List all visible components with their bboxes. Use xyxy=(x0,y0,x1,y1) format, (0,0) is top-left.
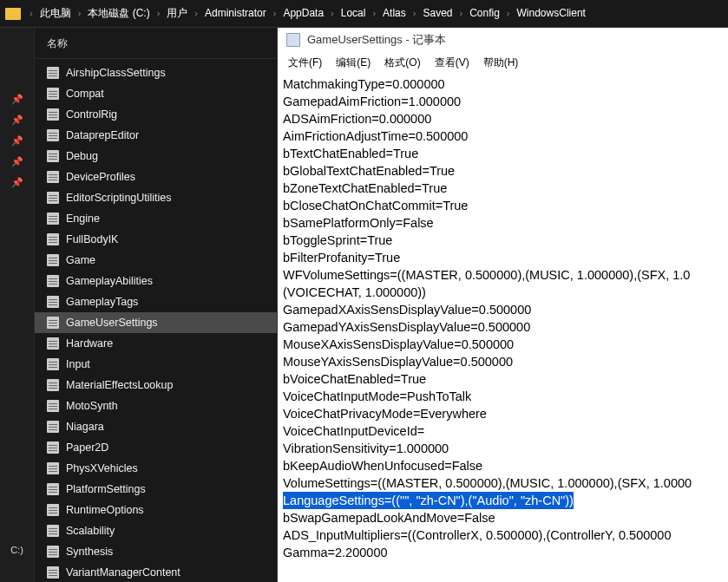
text-line: bKeepAudioWhenUnfocused=False xyxy=(283,457,723,474)
file-item-label: VariantManagerContent xyxy=(66,565,180,580)
ini-file-icon xyxy=(47,296,59,308)
file-item[interactable]: Paper2D xyxy=(35,437,277,458)
ini-file-icon xyxy=(47,233,59,245)
breadcrumb-separator: › xyxy=(455,8,469,18)
file-item[interactable]: Niagara xyxy=(35,416,277,437)
menu-item[interactable]: 编辑(E) xyxy=(331,54,376,72)
ini-file-icon xyxy=(47,171,59,183)
pin-icon: 📌 xyxy=(11,94,23,106)
file-item[interactable]: GameUserSettings xyxy=(35,312,277,333)
file-item-label: Hardware xyxy=(66,336,113,351)
file-item[interactable]: Compat xyxy=(35,83,277,104)
menu-item[interactable]: 查看(V) xyxy=(430,54,475,72)
text-line: MouseXAxisSensDisplayValue=0.500000 xyxy=(283,336,723,353)
file-item[interactable]: PhysXVehicles xyxy=(35,458,277,479)
breadcrumb-item[interactable]: Config xyxy=(468,5,502,21)
text-line: ADSAimFriction=0.000000 xyxy=(283,110,723,128)
file-item[interactable]: Scalability xyxy=(35,520,277,541)
file-item-label: Engine xyxy=(66,211,100,226)
breadcrumb-separator: › xyxy=(189,8,203,18)
file-item[interactable]: MotoSynth xyxy=(35,396,277,416)
file-item-label: DataprepEditor xyxy=(66,128,139,143)
ini-file-icon xyxy=(47,421,59,433)
text-line: (VOICECHAT, 1.000000)) xyxy=(283,284,723,301)
file-panel: 名称 AirshipClassSettingsCompatControlRigD… xyxy=(35,28,278,582)
pin-icon: 📌 xyxy=(11,177,23,189)
file-item[interactable]: Hardware xyxy=(35,333,277,354)
notepad-title-text: GameUserSettings - 记事本 xyxy=(307,32,446,48)
file-item[interactable]: MaterialEffectsLookup xyxy=(35,375,277,396)
file-item[interactable]: VariantManagerContent xyxy=(35,562,277,582)
ini-file-icon xyxy=(47,358,59,370)
menu-item[interactable]: 格式(O) xyxy=(379,54,425,72)
file-item-label: Compat xyxy=(66,86,104,101)
breadcrumb-item[interactable]: 用户 xyxy=(165,5,189,21)
file-item-label: GameplayAbilities xyxy=(66,273,153,289)
ini-file-icon xyxy=(47,566,59,579)
file-item[interactable]: FullBodyIK xyxy=(35,229,277,250)
breadcrumb-separator: › xyxy=(502,8,515,18)
column-header-name[interactable]: 名称 xyxy=(35,28,277,59)
file-item[interactable]: Synthesis xyxy=(35,541,277,562)
breadcrumb[interactable]: ›此电脑›本地磁盘 (C:)›用户›Administrator›AppData›… xyxy=(0,0,728,28)
ini-file-icon xyxy=(47,379,59,391)
file-item[interactable]: GameplayTags xyxy=(35,291,277,312)
notepad-content[interactable]: MatchmakingType=0.000000GamepadAimFricti… xyxy=(278,75,728,582)
breadcrumb-item[interactable]: Atlas xyxy=(381,5,408,21)
file-item[interactable]: ControlRig xyxy=(35,104,277,125)
folder-icon xyxy=(5,8,21,20)
file-item-label: PhysXVehicles xyxy=(66,461,138,476)
file-item[interactable]: DataprepEditor xyxy=(35,125,277,146)
file-item[interactable]: Engine xyxy=(35,208,277,229)
file-item-label: DeviceProfiles xyxy=(66,169,135,185)
ini-file-icon xyxy=(47,317,59,329)
text-line: VoiceChatPrivacyMode=Everywhere xyxy=(283,405,723,422)
breadcrumb-item[interactable]: WindowsClient xyxy=(515,5,587,21)
notepad-menubar: 文件(F)编辑(E)格式(O)查看(V)帮助(H) xyxy=(278,52,728,75)
breadcrumb-item[interactable]: Administrator xyxy=(203,5,268,21)
notepad-titlebar: GameUserSettings - 记事本 xyxy=(278,28,728,52)
file-item[interactable]: RuntimeOptions xyxy=(35,500,277,520)
breadcrumb-separator: › xyxy=(73,8,87,18)
notepad-icon xyxy=(286,33,300,47)
file-item[interactable]: EditorScriptingUtilities xyxy=(35,187,277,208)
file-item-label: Synthesis xyxy=(66,544,113,559)
text-line: bCloseChatOnChatCommit=True xyxy=(283,197,723,214)
file-item-label: ControlRig xyxy=(66,107,117,122)
file-item[interactable]: PlatformSettings xyxy=(35,479,277,500)
ini-file-icon xyxy=(47,150,59,162)
file-item-label: Niagara xyxy=(66,419,104,435)
file-item-label: EditorScriptingUtilities xyxy=(66,190,172,206)
text-line: VoiceChatInputDeviceId= xyxy=(283,422,723,440)
file-item[interactable]: Game xyxy=(35,250,277,271)
file-item-label: GameplayTags xyxy=(66,294,138,310)
file-item[interactable]: GameplayAbilities xyxy=(35,271,277,291)
text-line: bGlobalTextChatEnabled=True xyxy=(283,162,723,180)
text-line: VolumeSettings=((MASTER, 0.500000),(MUSI… xyxy=(283,474,723,492)
breadcrumb-separator: › xyxy=(408,8,422,18)
file-item[interactable]: Debug xyxy=(35,146,277,167)
file-item[interactable]: AirshipClassSettings xyxy=(35,62,277,83)
menu-item[interactable]: 文件(F) xyxy=(283,54,327,72)
file-item[interactable]: Input xyxy=(35,354,277,375)
text-line: bTextChatEnabled=True xyxy=(283,145,723,162)
file-item-label: RuntimeOptions xyxy=(66,502,144,518)
file-item-label: FullBodyIK xyxy=(66,232,118,247)
pin-icon: 📌 xyxy=(11,135,23,147)
breadcrumb-item[interactable]: 此电脑 xyxy=(38,5,73,21)
breadcrumb-item[interactable]: Local xyxy=(339,5,368,21)
ini-file-icon xyxy=(47,525,59,537)
text-line: GamepadXAxisSensDisplayValue=0.500000 xyxy=(283,301,723,318)
breadcrumb-item[interactable]: Saved xyxy=(421,5,454,21)
file-item[interactable]: DeviceProfiles xyxy=(35,167,277,187)
menu-item[interactable]: 帮助(H) xyxy=(478,54,524,72)
file-item-label: Debug xyxy=(66,148,98,164)
file-item-label: PlatformSettings xyxy=(66,481,146,497)
breadcrumb-item[interactable]: 本地磁盘 (C:) xyxy=(86,5,151,21)
drive-label[interactable]: C:) xyxy=(0,545,34,557)
file-item-label: Scalability xyxy=(66,523,115,539)
notepad-window: GameUserSettings - 记事本 文件(F)编辑(E)格式(O)查看… xyxy=(278,28,728,582)
text-line: bVoiceChatEnabled=True xyxy=(283,370,723,388)
text-line: MouseYAxisSensDisplayValue=0.500000 xyxy=(283,353,723,370)
breadcrumb-item[interactable]: AppData xyxy=(281,5,325,21)
